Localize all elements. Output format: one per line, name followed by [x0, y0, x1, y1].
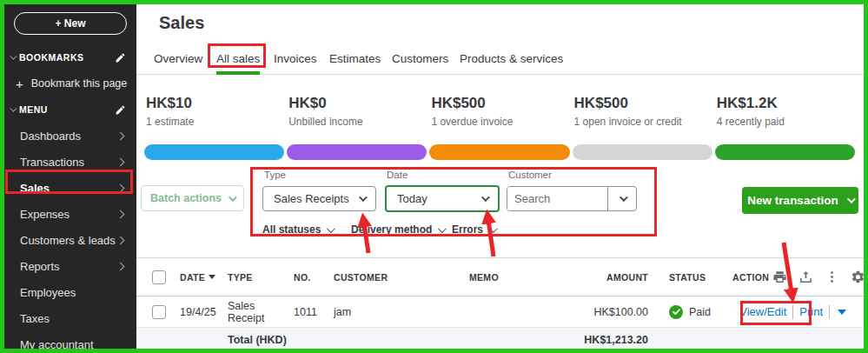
print-link[interactable]: Print: [799, 305, 823, 318]
column-header-date[interactable]: DATE: [180, 272, 228, 283]
money-card-estimate[interactable]: HK$10 1 estimate: [146, 95, 288, 128]
column-header-amount: AMOUNT: [544, 272, 648, 283]
column-header-status: STATUS: [648, 272, 725, 283]
row-actions-dropdown-icon[interactable]: [838, 310, 846, 315]
money-bar-segment-recently-paid[interactable]: [715, 144, 855, 160]
tab-invoices[interactable]: Invoices: [274, 46, 317, 75]
chevron-right-icon: [116, 262, 125, 270]
delivery-method-filter-label: Delivery method: [351, 223, 432, 236]
type-filter-select[interactable]: Sales Receipts: [262, 186, 376, 211]
tab-all-sales[interactable]: All sales: [216, 46, 260, 75]
chevron-right-icon: [116, 131, 125, 140]
page-title: Sales: [159, 13, 204, 33]
more-options-icon[interactable]: [825, 270, 839, 284]
money-bar: [144, 144, 855, 160]
bookmarks-header-label: BOOKMARKS: [19, 52, 84, 63]
table-row: 19/4/25 Sales Receipt 1011 jam HK$100.00…: [136, 296, 864, 328]
money-bar-segment-unbilled[interactable]: [287, 144, 427, 160]
chevron-down-icon: [359, 193, 368, 202]
cell-date: 19/4/25: [180, 306, 228, 318]
total-label: Total (HKD): [228, 334, 294, 346]
chevron-right-icon: [116, 210, 125, 218]
bookmark-this-page-label: Bookmark this page: [31, 77, 127, 90]
errors-filter-label: Errors: [452, 223, 483, 236]
customer-search-chevron[interactable]: [607, 187, 636, 210]
tab-products-services[interactable]: Products & services: [460, 46, 563, 75]
column-header-label: DATE: [180, 272, 205, 283]
cell-amount: HK$100.00: [544, 306, 648, 318]
column-header-type: TYPE: [228, 272, 294, 283]
menu-header: MENU: [4, 103, 136, 117]
tab-overview[interactable]: Overview: [154, 46, 202, 75]
sidebar-item-label: Reports: [20, 260, 60, 273]
money-bar-segment-overdue[interactable]: [429, 144, 569, 160]
cell-action: View/Edit Print: [725, 305, 846, 319]
chevron-right-icon: [116, 157, 125, 166]
sidebar-item-sales[interactable]: Sales: [4, 175, 136, 201]
tab-customers[interactable]: Customers: [392, 46, 448, 75]
sidebar-item-transactions[interactable]: Transactions: [4, 149, 136, 175]
export-icon[interactable]: [798, 270, 813, 284]
chevron-down-icon: [481, 193, 490, 202]
money-bar-cards: HK$10 1 estimate HK$0 Unbilled income HK…: [146, 95, 859, 128]
new-transaction-button[interactable]: New transaction: [742, 187, 858, 214]
sidebar-item-my-accountant[interactable]: My accountant: [4, 331, 136, 353]
sidebar-item-dashboards[interactable]: Dashboards: [4, 123, 136, 149]
type-filter-value: Sales Receipts: [274, 192, 349, 205]
column-header-action: ACTION: [725, 270, 846, 284]
money-card-recently-paid[interactable]: HK$1.2K 4 recently paid: [717, 95, 859, 128]
sidebar-item-label: Expenses: [20, 208, 70, 221]
money-card-overdue[interactable]: HK$500 1 overdue invoice: [431, 95, 573, 128]
gear-icon[interactable]: [851, 270, 865, 284]
main-content: Sales Overview All sales Invoices Estima…: [136, 4, 864, 349]
money-bar-segment-estimate[interactable]: [144, 144, 284, 160]
cell-no: 1011: [294, 306, 334, 318]
tab-estimates[interactable]: Estimates: [329, 46, 381, 75]
money-label: 4 recently paid: [717, 116, 859, 128]
transactions-table: DATE TYPE NO. CUSTOMER MEMO AMOUNT STATU…: [136, 257, 864, 349]
status-filter[interactable]: All statuses: [262, 223, 333, 236]
cell-customer: jam: [334, 306, 469, 318]
money-label: 1 estimate: [146, 116, 288, 128]
select-all-checkbox[interactable]: [152, 270, 166, 284]
chevron-down-icon: [847, 195, 856, 203]
money-card-unbilled[interactable]: HK$0 Unbilled income: [288, 95, 431, 128]
delivery-method-filter[interactable]: Delivery method: [351, 223, 444, 236]
money-card-open-invoice[interactable]: HK$500 1 open invoice or credit: [574, 95, 717, 128]
chevron-down-icon: [229, 193, 237, 202]
type-filter-label: Type: [264, 170, 286, 180]
batch-actions-button[interactable]: Batch actions: [141, 185, 244, 211]
bookmark-this-page[interactable]: + Bookmark this page: [4, 74, 136, 93]
edit-icon[interactable]: [115, 52, 126, 63]
sidebar-item-label: Dashboards: [20, 130, 81, 143]
sidebar-item-employees[interactable]: Employees: [4, 279, 136, 305]
sidebar-item-customers-leads[interactable]: Customers & leads: [4, 227, 136, 253]
divider: [792, 305, 793, 319]
printer-icon[interactable]: [772, 270, 787, 284]
sidebar-item-taxes[interactable]: Taxes: [4, 305, 136, 331]
chevron-right-icon: [116, 183, 125, 192]
chevron-down-icon[interactable]: [10, 52, 17, 59]
new-button[interactable]: + New: [14, 12, 127, 35]
customer-filter-label: Customer: [508, 170, 552, 180]
table-toolbar-icons: [772, 270, 865, 284]
money-amount: HK$1.2K: [717, 95, 859, 112]
sidebar-item-label: Customers & leads: [20, 234, 116, 247]
chevron-down-icon[interactable]: [10, 104, 17, 111]
date-filter-select[interactable]: Today: [385, 185, 500, 212]
table-header-row: DATE TYPE NO. CUSTOMER MEMO AMOUNT STATU…: [136, 258, 864, 296]
sidebar-item-reports[interactable]: Reports: [4, 253, 136, 279]
chevron-down-icon: [327, 224, 335, 233]
customer-search-input[interactable]: [507, 187, 607, 210]
edit-icon[interactable]: [115, 104, 126, 116]
sidebar: + New BOOKMARKS + Bookmark this page MEN…: [4, 4, 136, 349]
column-header-customer: CUSTOMER: [334, 272, 469, 283]
column-header-label: ACTION: [732, 272, 769, 283]
view-edit-link[interactable]: View/Edit: [739, 305, 786, 318]
cell-type: Sales Receipt: [228, 300, 294, 324]
errors-filter[interactable]: Errors: [452, 223, 495, 236]
row-checkbox[interactable]: [152, 305, 166, 319]
sidebar-item-expenses[interactable]: Expenses: [4, 201, 136, 227]
money-amount: HK$10: [146, 95, 288, 112]
money-bar-segment-open-invoice[interactable]: [573, 144, 712, 160]
